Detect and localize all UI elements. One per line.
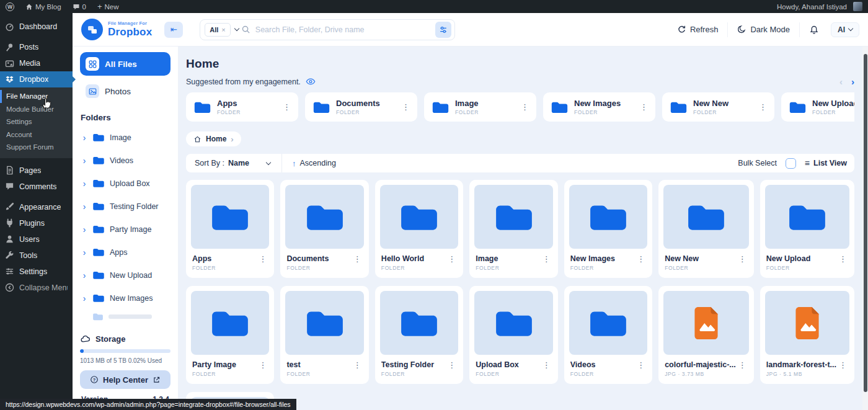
sidebar-item-plugins[interactable]: Plugins	[0, 215, 73, 231]
file-card[interactable]: Image FOLDER ⋮	[469, 180, 557, 278]
file-card[interactable]: Hello World FOLDER ⋮	[375, 180, 463, 278]
help-center-button[interactable]: ? Help Center	[80, 370, 170, 389]
sidebar-item-pages[interactable]: Pages	[0, 163, 73, 179]
search-input[interactable]: Search File, Folder, Drive name	[255, 25, 436, 34]
ai-dropdown[interactable]: AI	[831, 22, 859, 37]
file-card[interactable]: colorful-majestic-... JPG · 3.73 MB ⋮	[658, 286, 754, 384]
file-card[interactable]: Upload Box FOLDER ⋮	[469, 286, 557, 384]
file-card[interactable]: Videos FOLDER ⋮	[564, 286, 652, 384]
sidebar-item-settings[interactable]: Settings	[0, 264, 73, 280]
breadcrumb-home[interactable]: Home	[206, 135, 226, 143]
file-card[interactable]: New Upload FOLDER ⋮	[760, 180, 854, 278]
submenu-settings[interactable]: Settings	[0, 115, 73, 128]
suggested-card[interactable]: Image FOLDER ⋮	[424, 92, 536, 122]
sidebar-item-comments[interactable]: Comments	[0, 179, 73, 195]
chevron-right-icon[interactable]: ›	[81, 133, 87, 143]
file-card[interactable]: landmark-forest-t... JPG · 5.1 MB ⋮	[760, 286, 854, 384]
more-options-icon[interactable]: ⋮	[634, 254, 647, 264]
chevron-right-icon[interactable]: ›	[81, 202, 87, 212]
more-options-icon[interactable]: ⋮	[836, 360, 849, 370]
suggested-card[interactable]: Apps FOLDER ⋮	[186, 92, 298, 122]
chevron-right-icon[interactable]: ›	[81, 247, 87, 257]
new-content-menu[interactable]: + New	[92, 0, 125, 13]
sidebar-item-users[interactable]: Users	[0, 231, 73, 247]
submenu-account[interactable]: Account	[0, 128, 73, 141]
more-options-icon[interactable]: ⋮	[445, 254, 458, 264]
suggested-card[interactable]: New New FOLDER ⋮	[662, 92, 774, 122]
remove-tag-icon[interactable]: ×	[221, 26, 225, 33]
folder-tree-item[interactable]: › Apps	[80, 241, 170, 264]
folder-tree-item[interactable]: › New Images	[80, 287, 170, 310]
prev-arrow-icon[interactable]: ‹	[839, 76, 843, 87]
suggested-card[interactable]: New Upload FOLDER ⋮	[781, 92, 854, 122]
more-options-icon[interactable]: ⋮	[736, 254, 749, 264]
bulk-select-checkbox[interactable]	[786, 158, 796, 169]
submenu-file-manager[interactable]: File Manager	[0, 90, 73, 103]
file-card[interactable]: test FOLDER ⋮	[280, 286, 368, 384]
sidebar-item-appearance[interactable]: Appearance	[0, 199, 73, 215]
sidebar-item-media[interactable]: Media	[0, 55, 73, 71]
more-options-icon[interactable]: ⋮	[540, 254, 553, 264]
more-options-icon[interactable]: ⋮	[256, 254, 269, 264]
list-view-toggle[interactable]: ≡ List View	[805, 158, 847, 168]
more-options-icon[interactable]: ⋮	[351, 254, 364, 264]
folder-tree-item[interactable]: › Party Image	[80, 218, 170, 241]
file-card[interactable]: Party Image FOLDER ⋮	[186, 286, 274, 384]
chevron-right-icon[interactable]: ›	[81, 156, 87, 166]
more-options-icon[interactable]: ⋮	[256, 360, 269, 370]
sidebar-item-posts[interactable]: Posts	[0, 39, 73, 55]
site-name-link[interactable]: My Blog	[20, 0, 67, 13]
comments-shortcut[interactable]: 0	[67, 0, 92, 13]
refresh-button[interactable]: Refresh	[668, 22, 728, 37]
more-options-icon[interactable]: ⋮	[445, 360, 458, 370]
file-card[interactable]: Documents FOLDER ⋮	[280, 180, 368, 278]
more-options-icon[interactable]: ⋮	[634, 360, 647, 370]
file-card[interactable]: Testing Folder FOLDER ⋮	[375, 286, 463, 384]
dark-mode-toggle[interactable]: Dark Mode	[727, 22, 799, 37]
chevron-right-icon[interactable]: ›	[81, 179, 87, 189]
search-bar[interactable]: All × Search File, Folder, Drive name	[200, 19, 455, 40]
scrollbar-thumb[interactable]	[864, 54, 867, 392]
sort-by-dropdown[interactable]: Sort By : Name	[186, 154, 282, 172]
sidebar-item-dashboard[interactable]: Dashboard	[0, 19, 73, 35]
suggested-card[interactable]: Documents FOLDER ⋮	[305, 92, 417, 122]
more-options-icon[interactable]: ⋮	[540, 360, 553, 370]
file-card[interactable]: Apps FOLDER ⋮	[186, 180, 274, 278]
search-filter-tag[interactable]: All ×	[205, 23, 231, 37]
next-arrow-icon[interactable]: ›	[851, 76, 854, 87]
sidebar-item-collapse-menu[interactable]: Collapse Menu	[0, 280, 73, 296]
more-options-icon[interactable]: ⋮	[518, 102, 531, 112]
folder-tree-item[interactable]: › Image	[80, 126, 170, 149]
folder-tree-item[interactable]: › New Upload	[80, 264, 170, 287]
file-card[interactable]: New New FOLDER ⋮	[658, 180, 754, 278]
page-scrollbar[interactable]	[862, 47, 868, 410]
more-options-icon[interactable]: ⋮	[637, 102, 650, 112]
advanced-filter-button[interactable]	[435, 22, 451, 38]
more-options-icon[interactable]: ⋮	[399, 102, 412, 112]
more-options-icon[interactable]: ⋮	[836, 254, 849, 264]
more-options-icon[interactable]: ⋮	[756, 102, 769, 112]
more-options-icon[interactable]: ⋮	[736, 360, 749, 370]
wp-logo-menu[interactable]: W	[0, 0, 20, 13]
account-menu[interactable]: Howdy, Ahanaf Istiyad	[771, 0, 868, 13]
chevron-down-icon[interactable]	[234, 26, 239, 31]
nav-photos[interactable]: Photos	[80, 79, 170, 103]
sidebar-item-tools[interactable]: Tools	[0, 247, 73, 264]
breadcrumb[interactable]: Home ›	[186, 131, 241, 146]
folder-tree-item[interactable]: › Testing Folder	[80, 195, 170, 218]
collapse-sidebar-button[interactable]: ⇤	[164, 22, 183, 38]
chevron-right-icon[interactable]: ›	[81, 293, 87, 303]
sidebar-item-dropbox[interactable]: Dropbox	[0, 71, 73, 87]
suggested-card[interactable]: New Images FOLDER ⋮	[543, 92, 655, 122]
nav-all-files[interactable]: All Files	[80, 52, 170, 76]
more-options-icon[interactable]: ⋮	[351, 360, 364, 370]
chevron-right-icon[interactable]: ›	[81, 270, 87, 280]
submenu-module-builder[interactable]: Module Builder	[0, 103, 73, 116]
chevron-right-icon[interactable]: ›	[81, 225, 87, 234]
more-options-icon[interactable]: ⋮	[280, 102, 293, 112]
eye-icon[interactable]	[306, 78, 316, 86]
file-card[interactable]: New Images FOLDER ⋮	[564, 180, 652, 278]
folder-tree-item[interactable]: › Upload Box	[80, 172, 170, 195]
notifications-button[interactable]	[799, 22, 828, 37]
sort-order-toggle[interactable]: ↑ Ascending	[282, 159, 346, 168]
